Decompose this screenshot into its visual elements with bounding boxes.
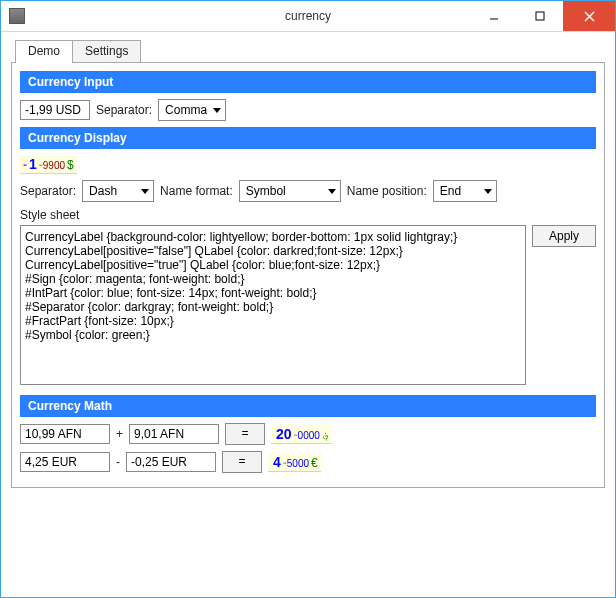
math-eq-2[interactable]: = [222,451,262,473]
svg-rect-1 [536,12,544,20]
stylesheet-textarea[interactable]: CurrencyLabel {background-color: lightye… [20,225,526,385]
maximize-button[interactable] [517,1,563,31]
maximize-icon [535,11,545,21]
math-row-1: + = 20 - 0000 ؋ [20,423,596,445]
section-currency-input: Currency Input [20,71,596,93]
math-op-1: + [116,427,123,441]
display-separator-label: Separator: [20,184,76,198]
tab-settings[interactable]: Settings [72,40,141,62]
currency-input-field[interactable] [20,100,90,120]
stylesheet-block: CurrencyLabel {background-color: lightye… [20,225,596,385]
currency-display-sample: - 1 - 9900 $ [20,155,77,174]
svg-marker-6 [328,189,336,194]
math-a-1[interactable] [20,424,110,444]
tabs-strip: Demo Settings [15,40,605,62]
chevron-down-icon [213,108,221,113]
math-result-1: 20 - 0000 ؋ [271,425,332,444]
stylesheet-label: Style sheet [20,208,596,222]
math-op-2: - [116,455,120,469]
math-row-2: - = 4 - 5000 € [20,451,596,473]
svg-marker-4 [213,108,221,113]
app-icon [9,8,25,24]
window-controls [471,1,615,31]
chevron-down-icon [484,189,492,194]
minimize-icon [489,11,499,21]
math-result-int-1: 20 [276,426,292,442]
chevron-down-icon [141,189,149,194]
math-result-int-2: 4 [273,454,281,470]
display-options-row: Separator: Dash Name format: Symbol Name… [20,180,596,202]
minimize-button[interactable] [471,1,517,31]
math-result-2: 4 - 5000 € [268,453,321,472]
math-b-2[interactable] [126,452,216,472]
window-title: currency [285,9,331,23]
currency-input-row: Separator: Comma [20,99,596,121]
chevron-down-icon [328,189,336,194]
section-currency-display: Currency Display [20,127,596,149]
name-format-value: Symbol [246,184,286,198]
name-position-label: Name position: [347,184,427,198]
math-result-symbol-1: ؋ [322,428,329,442]
close-button[interactable] [563,1,615,31]
separator-select[interactable]: Comma [158,99,226,121]
apply-button[interactable]: Apply [532,225,596,247]
math-result-symbol-2: € [311,456,318,470]
math-b-1[interactable] [129,424,219,444]
client-area: Demo Settings Currency Input Separator: … [1,32,615,597]
math-eq-1[interactable]: = [225,423,265,445]
name-format-label: Name format: [160,184,233,198]
display-separator-value: Dash [89,184,117,198]
name-position-value: End [440,184,461,198]
math-result-frac-1: 0000 [298,430,320,441]
section-currency-math: Currency Math [20,395,596,417]
tab-demo[interactable]: Demo [15,40,73,63]
display-separator-select[interactable]: Dash [82,180,154,202]
titlebar: currency [1,1,615,32]
name-format-select[interactable]: Symbol [239,180,341,202]
math-result-frac-2: 5000 [287,458,309,469]
close-icon [584,11,595,22]
separator-label: Separator: [96,103,152,117]
name-position-select[interactable]: End [433,180,497,202]
tab-panel-demo: Currency Input Separator: Comma Currency… [11,62,605,488]
separator-select-value: Comma [165,103,207,117]
window: currency Demo Settings Currency Input Se… [0,0,616,598]
display-int: 1 [29,156,37,172]
math-a-2[interactable] [20,452,110,472]
display-symbol: $ [67,158,74,172]
svg-marker-7 [484,189,492,194]
display-sign: - [23,158,27,172]
svg-marker-5 [141,189,149,194]
display-frac: 9900 [43,160,65,171]
